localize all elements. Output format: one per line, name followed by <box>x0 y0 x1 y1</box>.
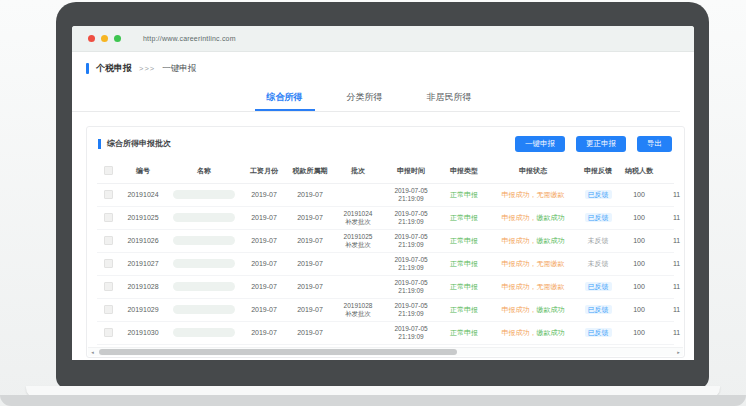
salary-month-cell: 2019-07 <box>241 306 287 313</box>
filing-time-cell: 2019-07-0521:19:09 <box>383 210 439 226</box>
filing-time-cell: 2019-07-0521:19:09 <box>383 233 439 249</box>
taxpayer-count-cell: 100 <box>619 237 659 244</box>
panel-actions: 一键申报更正申报导出 <box>515 136 672 152</box>
tab-3[interactable]: 非居民所得 <box>423 85 476 111</box>
accent-bar-icon <box>98 139 101 149</box>
filing-status-cell: 申报成功，缴款成功 <box>489 328 577 338</box>
salary-month-cell: 2019-07 <box>241 237 287 244</box>
table-row: 201910292019-072019-0720191028补发批次2019-0… <box>97 299 674 322</box>
taxpayer-count-cell: 100 <box>619 260 659 267</box>
filing-type-cell: 正常申报 <box>439 190 489 200</box>
breadcrumb-separator: >>> <box>139 64 155 73</box>
row-checkbox[interactable] <box>104 328 113 337</box>
row-checkbox-cell <box>97 190 119 199</box>
taxpayer-count-cell: 100 <box>619 329 659 336</box>
column-header: 批次 <box>333 166 383 176</box>
tax-period-cell: 2019-07 <box>287 237 333 244</box>
table-row: 201910302019-072019-072019-07-0521:19:09… <box>97 322 674 345</box>
feedback-cell: 已反馈 <box>577 190 619 200</box>
filing-status-cell: 申报成功，无需缴款 <box>489 282 577 292</box>
panel-header: 综合所得申报批次 一键申报更正申报导出 <box>87 127 684 157</box>
filing-type-cell: 正常申报 <box>439 236 489 246</box>
filing-time-cell: 2019-07-0521:19:09 <box>383 325 439 341</box>
clipped-amount-cell: 11 <box>659 237 684 244</box>
tax-period-cell: 2019-07 <box>287 214 333 221</box>
taxpayer-count-cell: 100 <box>619 214 659 221</box>
row-checkbox[interactable] <box>104 282 113 291</box>
filing-type-cell: 正常申报 <box>439 282 489 292</box>
clipped-amount-cell: 11 <box>659 260 684 267</box>
table-row: 201910262019-072019-0720191025补发批次2019-0… <box>97 230 674 253</box>
scroll-left-icon[interactable]: ◂ <box>88 348 97 357</box>
minimize-window-icon[interactable] <box>101 35 108 42</box>
url-text[interactable]: http://www.careerintlinc.com <box>143 35 236 42</box>
filing-type-badge: 正常申报 <box>450 237 478 244</box>
row-checkbox[interactable] <box>104 213 113 222</box>
row-checkbox[interactable] <box>104 236 113 245</box>
panel-title: 综合所得申报批次 <box>107 138 171 149</box>
redacted-name-pill <box>173 259 235 268</box>
breadcrumb: 个税申报 >>> 一键申报 <box>72 52 694 75</box>
filing-type-badge: 正常申报 <box>450 283 478 290</box>
feedback-cell: 已反馈 <box>577 282 619 292</box>
row-checkbox[interactable] <box>104 190 113 199</box>
tab-2[interactable]: 分类所得 <box>343 85 387 111</box>
feedback-badge[interactable]: 已反馈 <box>585 305 612 314</box>
row-checkbox[interactable] <box>104 259 113 268</box>
filing-time-cell: 2019-07-0521:19:09 <box>383 187 439 203</box>
feedback-badge[interactable]: 已反馈 <box>585 190 612 199</box>
batch-id-cell: 20191024 <box>119 191 167 198</box>
redacted-name-pill <box>173 282 235 291</box>
name-cell <box>167 282 241 291</box>
table-body: 201910242019-072019-072019-07-0521:19:09… <box>97 184 674 345</box>
batch-id-cell: 20191025 <box>119 214 167 221</box>
redacted-name-pill <box>173 305 235 314</box>
filing-status-cell: 申报成功，无需缴款 <box>489 259 577 269</box>
redacted-name-pill <box>173 236 235 245</box>
batch-id-cell: 20191030 <box>119 329 167 336</box>
action-button-2[interactable]: 更正申报 <box>576 136 626 152</box>
tab-1[interactable]: 综合所得 <box>263 85 307 111</box>
row-checkbox[interactable] <box>104 305 113 314</box>
close-window-icon[interactable] <box>88 35 95 42</box>
feedback-cell: 已反馈 <box>577 305 619 315</box>
taxpayer-count-cell: 100 <box>619 306 659 313</box>
maximize-window-icon[interactable] <box>114 35 121 42</box>
column-header: 名称 <box>167 166 241 176</box>
scrollbar-thumb[interactable] <box>99 349 457 355</box>
filing-time-cell: 2019-07-0521:19:09 <box>383 302 439 318</box>
name-cell <box>167 190 241 199</box>
feedback-badge[interactable]: 已反馈 <box>585 213 612 222</box>
column-header: 编号 <box>119 166 167 176</box>
batch-table: 编号名称工资月份税款所属期批次申报时间申报类型申报状态申报反馈纳税人数 2019… <box>87 157 684 345</box>
table-row: 201910272019-072019-072019-07-0521:19:09… <box>97 253 674 276</box>
filing-type-badge: 正常申报 <box>450 260 478 267</box>
scroll-right-icon[interactable]: ▸ <box>674 348 683 357</box>
feedback-badge[interactable]: 已反馈 <box>585 282 612 291</box>
batch-cell: 20191028补发批次 <box>333 302 383 318</box>
salary-month-cell: 2019-07 <box>241 283 287 290</box>
row-checkbox-cell <box>97 328 119 337</box>
select-all-checkbox[interactable] <box>104 166 113 175</box>
clipped-amount-cell: 11 <box>659 191 684 198</box>
breadcrumb-page: 一键申报 <box>162 63 196 75</box>
row-checkbox-cell <box>97 236 119 245</box>
batch-cell: 20191024补发批次 <box>333 210 383 226</box>
filing-type-badge: 正常申报 <box>450 306 478 313</box>
feedback-badge: 未反馈 <box>585 259 612 268</box>
name-cell <box>167 213 241 222</box>
accent-bar-icon <box>86 63 89 74</box>
horizontal-scrollbar[interactable]: ◂ ▸ <box>88 347 683 356</box>
scrollbar-track[interactable] <box>97 349 674 355</box>
action-button-1[interactable]: 一键申报 <box>515 136 565 152</box>
action-button-3[interactable]: 导出 <box>637 136 672 152</box>
filing-status-cell: 申报成功，缴款成功 <box>489 305 577 315</box>
clipped-amount-cell: 11 <box>659 214 684 221</box>
browser-url-bar: http://www.careerintlinc.com <box>72 26 694 52</box>
feedback-badge[interactable]: 已反馈 <box>585 328 612 337</box>
batch-cell: 20191025补发批次 <box>333 233 383 249</box>
clipped-amount-cell: 11 <box>659 306 684 313</box>
filing-status-cell: 申报成功，缴款成功 <box>489 236 577 246</box>
batch-id-cell: 20191027 <box>119 260 167 267</box>
name-cell <box>167 328 241 337</box>
